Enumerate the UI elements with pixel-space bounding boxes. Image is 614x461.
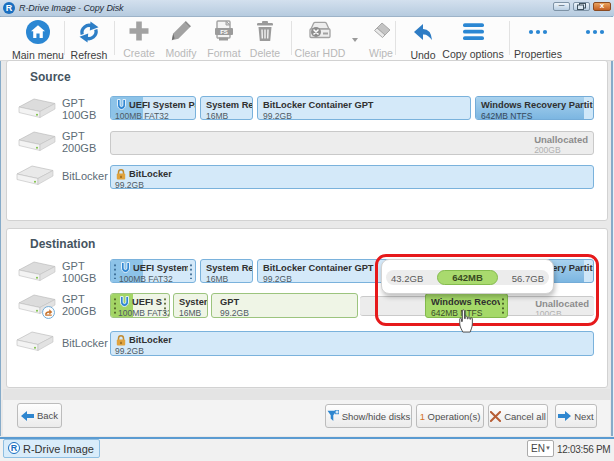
svg-text:R: R <box>6 3 13 13</box>
svg-text:R: R <box>11 443 18 453</box>
svg-text:FS: FS <box>220 29 228 35</box>
